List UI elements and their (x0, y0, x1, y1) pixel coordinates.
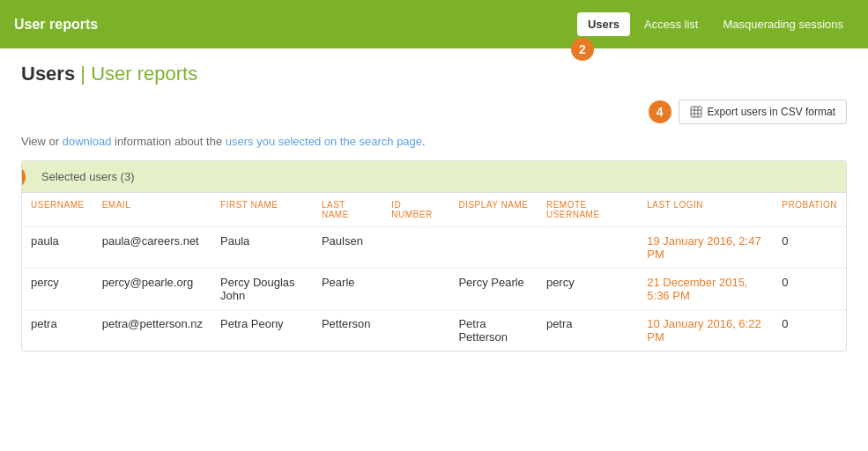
cell-row0-col3: Paulsen (313, 227, 382, 269)
cell-row1-col4 (382, 269, 449, 310)
badge-2: 2 (571, 38, 594, 61)
cell-row2-col4 (382, 310, 449, 351)
cell-row2-col5: Petra Petterson (449, 310, 537, 351)
nav-users[interactable]: Users (577, 12, 630, 36)
badge-3: 3 (21, 166, 26, 189)
cell-row0-col2: Paula (211, 227, 313, 269)
info-middle: information about the (111, 135, 225, 148)
cell-row2-col8: 0 (773, 310, 846, 351)
page-content: Users | User reports 4 Export users in C… (0, 48, 868, 366)
table-row: paulapaula@careers.netPaulaPaulsen19 Jan… (22, 227, 846, 269)
col-username: USERNAME (22, 193, 93, 227)
cell-row2-col6: petra (538, 310, 638, 351)
header: User reports Users Access list Masquerad… (0, 0, 868, 48)
info-prefix: View or (21, 135, 63, 148)
cell-row2-col2: Petra Peony (211, 310, 313, 351)
search-page-link[interactable]: users you selected on the search page (226, 135, 422, 148)
cell-row2-col1: petra@petterson.nz (93, 310, 211, 351)
page-title-main: Users (21, 63, 75, 85)
header-title: User reports (14, 17, 98, 33)
cell-row0-col8: 0 (773, 227, 846, 269)
section-header: 3 Selected users (3) (22, 161, 846, 193)
info-suffix: . (422, 135, 426, 148)
col-remoteusername: REMOTE USERNAME (538, 193, 638, 227)
table-header-row: USERNAME EMAIL FIRST NAME LAST NAME ID N… (22, 193, 846, 227)
cell-row1-col6: percy (538, 269, 638, 310)
section-header-row: 3 Selected users (3) (34, 170, 834, 183)
cell-row0-col7: 19 January 2016, 2:47 PM (638, 227, 773, 269)
cell-row2-col3: Petterson (313, 310, 382, 351)
table-icon (690, 106, 702, 118)
section-box: 3 Selected users (3) USERNAME EMAIL FIRS… (21, 160, 847, 351)
table-row: percypercy@pearle.orgPercy Douglas JohnP… (22, 269, 846, 310)
info-text: View or download information about the u… (21, 135, 847, 148)
page-title: Users | User reports (21, 63, 847, 85)
section-title: Selected users (3) (41, 170, 135, 183)
download-link[interactable]: download (63, 135, 112, 148)
col-lastlogin: LAST LOGIN (638, 193, 773, 227)
col-email: EMAIL (93, 193, 211, 227)
nav-masquerading[interactable]: Masquerading sessions (712, 12, 854, 36)
cell-row0-col1: paula@careers.net (93, 227, 211, 269)
svg-rect-0 (691, 107, 701, 117)
toolbar-row: 4 Export users in CSV format (21, 100, 847, 124)
cell-row1-col2: Percy Douglas John (211, 269, 313, 310)
cell-row0-col6 (538, 227, 638, 269)
cell-row2-col7: 10 January 2016, 6:22 PM (638, 310, 773, 351)
cell-row1-col0: percy (22, 269, 93, 310)
cell-row0-col5 (449, 227, 537, 269)
col-firstname: FIRST NAME (211, 193, 313, 227)
nav-access-list[interactable]: Access list (634, 12, 708, 36)
col-lastname: LAST NAME (313, 193, 382, 227)
page-title-separator: | (80, 63, 91, 85)
col-probation: PROBATION (773, 193, 846, 227)
cell-row1-col1: percy@pearle.org (93, 269, 211, 310)
users-table: USERNAME EMAIL FIRST NAME LAST NAME ID N… (22, 193, 846, 351)
cell-row1-col8: 0 (773, 269, 846, 310)
cell-row2-col0: petra (22, 310, 93, 351)
badge-4: 4 (649, 100, 671, 123)
export-csv-button[interactable]: Export users in CSV format (679, 100, 847, 124)
cell-row1-col5: Percy Pearle (449, 269, 537, 310)
col-displayname: DISPLAY NAME (449, 193, 537, 227)
cell-row1-col7: 21 December 2015, 5:36 PM (638, 269, 773, 310)
export-csv-label: Export users in CSV format (708, 106, 835, 118)
page-subtitle: User reports (91, 63, 197, 85)
cell-row0-col4 (382, 227, 449, 269)
cell-row1-col3: Pearle (313, 269, 382, 310)
cell-row0-col0: paula (22, 227, 93, 269)
table-row: petrapetra@petterson.nzPetra PeonyPetter… (22, 310, 846, 351)
col-idnumber: ID NUMBER (382, 193, 449, 227)
header-nav: Users Access list Masquerading sessions (577, 12, 854, 36)
